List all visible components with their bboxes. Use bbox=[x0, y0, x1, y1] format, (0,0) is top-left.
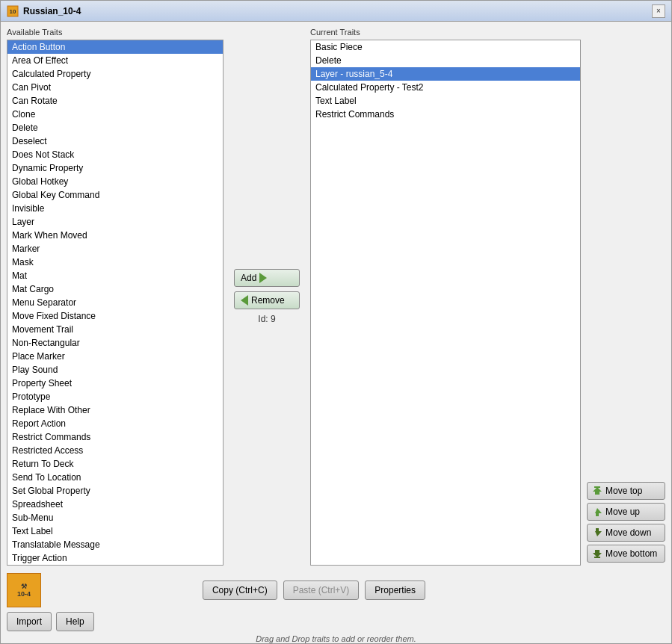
bottom-actions-row: ⚒ 10-4 Copy (Ctrl+C) Paste (Ctrl+V) Prop… bbox=[7, 570, 665, 610]
current-trait-item[interactable]: Restrict Commands bbox=[311, 108, 580, 121]
available-trait-item[interactable]: Can Rotate bbox=[7, 94, 223, 108]
current-traits-box: Current Traits Basic PieceDeleteLayer - … bbox=[310, 28, 581, 566]
move-up-button[interactable]: Move up bbox=[587, 503, 665, 521]
current-traits-list[interactable]: Basic PieceDeleteLayer - russian_5-4Calc… bbox=[310, 40, 581, 566]
available-trait-item[interactable]: Deselect bbox=[7, 134, 223, 148]
available-trait-item[interactable]: Spreadsheet bbox=[7, 498, 223, 511]
available-traits-label: Available Traits bbox=[7, 28, 224, 37]
available-trait-item[interactable]: Trigger Action bbox=[7, 551, 223, 565]
available-trait-item[interactable]: Translatable Message bbox=[7, 538, 223, 551]
available-trait-item[interactable]: Invisible bbox=[7, 202, 223, 215]
available-trait-item[interactable]: Sub-Menu bbox=[7, 511, 223, 524]
available-trait-item[interactable]: Mat bbox=[7, 269, 223, 282]
available-trait-item[interactable]: Text Label bbox=[7, 524, 223, 538]
svg-marker-8 bbox=[593, 550, 602, 557]
available-trait-item[interactable]: Global Key Command bbox=[7, 188, 223, 202]
current-trait-item[interactable]: Layer - russian_5-4 bbox=[311, 67, 580, 81]
svg-rect-5 bbox=[596, 513, 599, 516]
right-top: Current Traits Basic PieceDeleteLayer - … bbox=[310, 28, 665, 566]
current-traits-label: Current Traits bbox=[310, 28, 581, 37]
svg-marker-6 bbox=[595, 531, 602, 536]
available-trait-item[interactable]: Replace With Other bbox=[7, 403, 223, 417]
move-top-button[interactable]: Move top bbox=[587, 482, 665, 500]
middle-panel: Add Remove Id: 9 bbox=[229, 28, 304, 566]
available-trait-item[interactable]: Mask bbox=[7, 256, 223, 269]
move-bottom-button[interactable]: Move bottom bbox=[587, 545, 665, 563]
svg-rect-7 bbox=[596, 528, 599, 531]
available-trait-item[interactable]: Dynamic Property bbox=[7, 161, 223, 175]
piece-line2: 10-4 bbox=[17, 590, 31, 598]
window-title: Russian_10-4 bbox=[23, 6, 81, 16]
available-trait-item[interactable]: Does Not Stack bbox=[7, 148, 223, 161]
help-top-button[interactable]: Help bbox=[56, 612, 94, 631]
move-down-button[interactable]: Move down bbox=[587, 524, 665, 542]
paste-button[interactable]: Paste (Ctrl+V) bbox=[283, 580, 360, 600]
svg-marker-2 bbox=[593, 487, 602, 495]
available-trait-item[interactable]: Report Action bbox=[7, 417, 223, 430]
available-trait-item[interactable]: Set Global Property bbox=[7, 484, 223, 498]
main-window: 10 Russian_10-4 × Available Traits Actio… bbox=[0, 0, 672, 644]
move-bottom-icon bbox=[592, 548, 602, 559]
action-buttons: Copy (Ctrl+C) Paste (Ctrl+V) Properties bbox=[49, 580, 579, 600]
move-down-icon bbox=[592, 527, 602, 538]
available-trait-item[interactable]: Delete bbox=[7, 121, 223, 134]
add-arrow-icon bbox=[259, 273, 267, 283]
available-trait-item[interactable]: Can Pivot bbox=[7, 81, 223, 94]
title-icon: 10 bbox=[7, 5, 19, 17]
add-label: Add bbox=[241, 273, 256, 283]
available-trait-item[interactable]: Prototype bbox=[7, 390, 223, 403]
available-trait-item[interactable]: Action Button bbox=[7, 40, 223, 54]
drag-hint: Drag and Drop traits to add or reorder t… bbox=[7, 633, 665, 644]
current-trait-item[interactable]: Delete bbox=[311, 54, 580, 67]
available-trait-item[interactable]: Restrict Commands bbox=[7, 430, 223, 444]
available-trait-item[interactable]: Movement Trail bbox=[7, 323, 223, 336]
available-trait-item[interactable]: Area Of Effect bbox=[7, 54, 223, 67]
remove-arrow-icon bbox=[241, 295, 248, 306]
remove-label: Remove bbox=[251, 295, 285, 306]
piece-line1: ⚒ bbox=[21, 583, 27, 590]
svg-text:10: 10 bbox=[10, 8, 16, 15]
available-traits-list[interactable]: Action ButtonArea Of EffectCalculated Pr… bbox=[7, 40, 224, 566]
available-trait-item[interactable]: Calculated Property bbox=[7, 67, 223, 81]
remove-button[interactable]: Remove bbox=[234, 291, 300, 309]
move-top-icon bbox=[592, 486, 602, 496]
available-trait-item[interactable]: Send To Location bbox=[7, 471, 223, 484]
current-trait-item[interactable]: Text Label bbox=[311, 94, 580, 108]
current-trait-item[interactable]: Calculated Property - Test2 bbox=[311, 81, 580, 94]
import-button[interactable]: Import bbox=[7, 612, 52, 631]
id-label: Id: 9 bbox=[258, 314, 275, 324]
available-trait-item[interactable]: Menu Separator bbox=[7, 296, 223, 309]
left-panel: Available Traits Action ButtonArea Of Ef… bbox=[7, 28, 224, 566]
right-panel: Current Traits Basic PieceDeleteLayer - … bbox=[310, 28, 665, 566]
available-trait-item[interactable]: Clone bbox=[7, 108, 223, 121]
piece-preview: ⚒ 10-4 bbox=[7, 573, 41, 607]
available-trait-item[interactable]: Return To Deck bbox=[7, 457, 223, 471]
svg-rect-9 bbox=[594, 557, 600, 558]
available-trait-item[interactable]: Marker bbox=[7, 242, 223, 256]
available-trait-item[interactable]: Mat Cargo bbox=[7, 282, 223, 296]
properties-button[interactable]: Properties bbox=[365, 580, 425, 600]
available-trait-item[interactable]: Layer bbox=[7, 215, 223, 229]
add-button[interactable]: Add bbox=[234, 269, 300, 287]
move-up-icon bbox=[592, 507, 602, 517]
available-trait-item[interactable]: Property Sheet bbox=[7, 377, 223, 390]
available-trait-item[interactable]: Mark When Moved bbox=[7, 229, 223, 242]
copy-button[interactable]: Copy (Ctrl+C) bbox=[203, 580, 277, 600]
available-trait-item[interactable]: Play Sound bbox=[7, 363, 223, 377]
current-trait-item[interactable]: Basic Piece bbox=[311, 40, 580, 54]
available-trait-item[interactable]: Move Fixed Distance bbox=[7, 309, 223, 323]
reorder-buttons: Move top Move up bbox=[587, 28, 665, 566]
available-trait-item[interactable]: Global Hotkey bbox=[7, 175, 223, 188]
available-trait-item[interactable]: Restricted Access bbox=[7, 444, 223, 457]
close-button[interactable]: × bbox=[652, 4, 665, 18]
main-content: Available Traits Action ButtonArea Of Ef… bbox=[1, 22, 671, 644]
svg-marker-4 bbox=[595, 508, 602, 513]
svg-rect-3 bbox=[594, 486, 600, 488]
title-bar: 10 Russian_10-4 × bbox=[1, 1, 671, 22]
available-trait-item[interactable]: Place Marker bbox=[7, 350, 223, 363]
available-trait-item[interactable]: Non-Rectangular bbox=[7, 336, 223, 350]
import-help-row: Import Help bbox=[7, 610, 665, 633]
bottom-section: ⚒ 10-4 Copy (Ctrl+C) Paste (Ctrl+V) Prop… bbox=[7, 570, 665, 644]
panels-row: Available Traits Action ButtonArea Of Ef… bbox=[7, 28, 665, 566]
